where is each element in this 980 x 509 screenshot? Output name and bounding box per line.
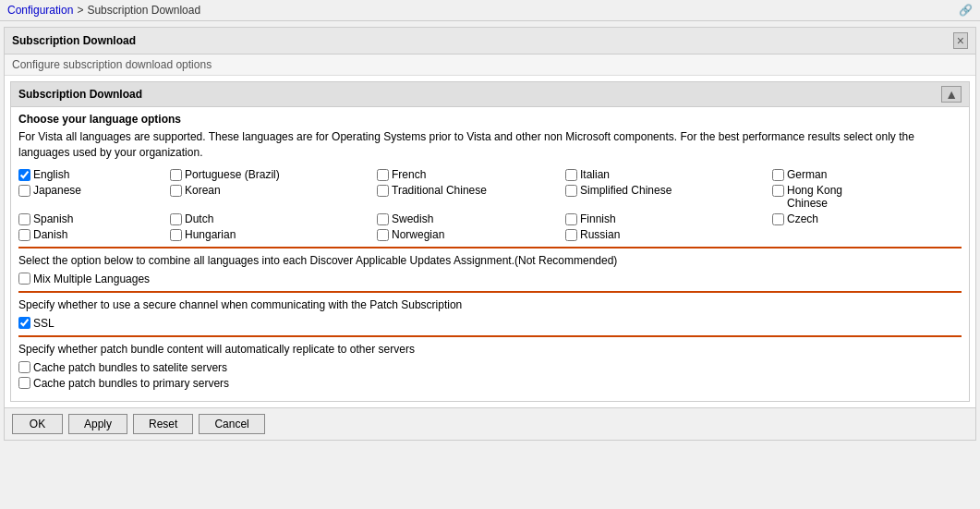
lang-japanese-label: Japanese [33,184,81,197]
lang-hong-kong[interactable]: Hong KongChinese [772,184,962,210]
lang-korean-label: Korean [185,184,221,197]
link-icon: 🔗 [959,4,973,17]
language-section: Choose your language options For Vista a… [18,113,962,241]
lang-german-checkbox[interactable] [772,169,784,181]
lang-german[interactable]: German [772,168,962,181]
lang-finnish[interactable]: Finnish [565,212,768,225]
lang-norwegian-label: Norwegian [392,228,444,241]
outer-panel-title: Subscription Download [12,34,136,47]
lang-french[interactable]: French [377,168,562,181]
lang-portuguese[interactable]: Portuguese (Brazil) [170,168,373,181]
lang-spanish-checkbox[interactable] [18,213,30,225]
cache-satelite-label: Cache patch bundles to satelite servers [33,361,227,374]
outer-panel: Subscription Download × Configure subscr… [4,27,976,441]
lang-finnish-label: Finnish [580,212,616,225]
lang-hong-kong-label: Hong KongChinese [787,184,842,210]
lang-portuguese-checkbox[interactable] [170,169,182,181]
lang-norwegian-checkbox[interactable] [377,229,389,241]
lang-dutch-checkbox[interactable] [170,213,182,225]
lang-japanese-checkbox[interactable] [18,185,30,197]
lang-english-checkbox[interactable] [18,169,30,181]
language-section-desc: For Vista all languages are supported. T… [18,129,962,161]
lang-dutch[interactable]: Dutch [170,212,373,225]
lang-danish-label: Danish [33,228,67,241]
lang-norwegian[interactable]: Norwegian [377,228,562,241]
lang-swedish-checkbox[interactable] [377,213,389,225]
lang-simplified-chinese-label: Simplified Chinese [580,184,671,197]
outer-panel-header: Subscription Download × [5,28,975,55]
ssl-option[interactable]: SSL [18,317,962,330]
lang-italian-checkbox[interactable] [565,169,577,181]
reset-button[interactable]: Reset [133,414,193,434]
ssl-section: Specify whether to use a secure channel … [18,291,962,330]
lang-simplified-chinese-checkbox[interactable] [565,185,577,197]
ssl-checkbox[interactable] [18,317,30,329]
footer-bar: OK Apply Reset Cancel [5,407,975,440]
language-section-title: Choose your language options [18,113,962,126]
breadcrumb-separator: > [77,4,83,17]
cache-primary-label: Cache patch bundles to primary servers [33,377,229,390]
mix-languages-section: Select the option below to combine all l… [18,247,962,285]
lang-german-label: German [787,168,827,181]
lang-spanish[interactable]: Spanish [18,212,166,225]
breadcrumb-bar: Configuration > Subscription Download 🔗 [0,0,980,21]
lang-danish-checkbox[interactable] [18,229,30,241]
inner-panel-content: Choose your language options For Vista a… [11,107,969,401]
lang-hong-kong-checkbox[interactable] [772,185,784,197]
ok-button[interactable]: OK [12,414,63,434]
cache-satelite-option[interactable]: Cache patch bundles to satelite servers [18,361,962,374]
lang-czech[interactable]: Czech [772,212,962,225]
cache-primary-checkbox[interactable] [18,377,30,389]
lang-french-checkbox[interactable] [377,169,389,181]
scroll-up-button[interactable]: ▲ [941,86,962,103]
mix-languages-checkbox[interactable] [18,273,30,285]
lang-dutch-label: Dutch [185,212,213,225]
lang-italian-label: Italian [580,168,610,181]
lang-hungarian-label: Hungarian [185,228,236,241]
lang-italian[interactable]: Italian [565,168,768,181]
lang-russian[interactable]: Russian [565,228,768,241]
breadcrumb-link[interactable]: Configuration [7,4,73,17]
lang-czech-checkbox[interactable] [772,213,784,225]
lang-empty [772,228,962,241]
inner-panel-title: Subscription Download [18,88,142,101]
cache-satelite-checkbox[interactable] [18,361,30,373]
apply-button[interactable]: Apply [68,414,127,434]
cache-section: Specify whether patch bundle content wil… [18,335,962,390]
lang-traditional-chinese-checkbox[interactable] [377,185,389,197]
mix-languages-label: Mix Multiple Languages [33,273,150,285]
lang-russian-checkbox[interactable] [565,229,577,241]
mix-languages-title: Select the option below to combine all l… [18,254,962,267]
breadcrumb-current: Subscription Download [87,4,200,17]
lang-swedish[interactable]: Swedish [377,212,562,225]
lang-korean-checkbox[interactable] [170,185,182,197]
inner-panel-header: Subscription Download ▲ [11,82,969,107]
lang-hungarian[interactable]: Hungarian [170,228,373,241]
cache-section-title: Specify whether patch bundle content wil… [18,343,962,356]
lang-japanese[interactable]: Japanese [18,184,166,210]
lang-finnish-checkbox[interactable] [565,213,577,225]
lang-portuguese-label: Portuguese (Brazil) [185,168,280,181]
lang-czech-label: Czech [787,212,818,225]
outer-panel-close-button[interactable]: × [953,32,968,49]
lang-hungarian-checkbox[interactable] [170,229,182,241]
lang-english[interactable]: English [18,168,166,181]
lang-french-label: French [392,168,426,181]
lang-danish[interactable]: Danish [18,228,166,241]
lang-simplified-chinese[interactable]: Simplified Chinese [565,184,768,210]
ssl-section-title: Specify whether to use a secure channel … [18,298,962,311]
lang-traditional-chinese[interactable]: Traditional Chinese [377,184,562,210]
cancel-button[interactable]: Cancel [199,414,264,434]
mix-languages-option[interactable]: Mix Multiple Languages [18,273,962,285]
lang-korean[interactable]: Korean [170,184,373,210]
lang-spanish-label: Spanish [33,212,73,225]
inner-panel: Subscription Download ▲ Choose your lang… [10,81,970,402]
lang-traditional-chinese-label: Traditional Chinese [392,184,487,197]
outer-panel-subtitle: Configure subscription download options [5,55,975,76]
lang-russian-label: Russian [580,228,620,241]
lang-english-label: English [33,168,69,181]
lang-swedish-label: Swedish [392,212,433,225]
cache-primary-option[interactable]: Cache patch bundles to primary servers [18,377,962,390]
ssl-label: SSL [33,317,54,330]
